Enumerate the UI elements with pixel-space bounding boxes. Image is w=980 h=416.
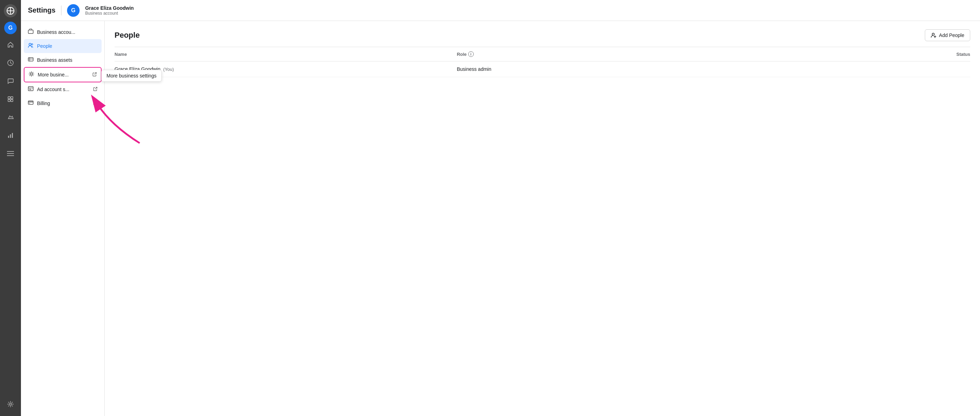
external-link-icon-ad: [93, 87, 97, 92]
person-name: Grace Eliza Goodwin (You): [115, 66, 457, 72]
more-business-tooltip: More business settings: [101, 70, 162, 82]
content-area: Business accou... People: [21, 21, 980, 416]
table-row: Grace Eliza Goodwin (You) Business admin: [115, 62, 970, 77]
svg-rect-26: [28, 101, 33, 104]
role-info-icon[interactable]: i: [468, 51, 474, 57]
page-content: People Add People Name Role i: [105, 21, 980, 416]
sidebar-item-label-business-account: Business accou...: [37, 29, 75, 35]
svg-point-17: [32, 44, 33, 45]
sidebar-item-label-ad-account: Ad account s...: [37, 87, 70, 92]
svg-rect-15: [28, 30, 33, 33]
external-link-icon-more: [92, 72, 97, 78]
table-header: Name Role i Status: [115, 47, 970, 62]
add-people-button[interactable]: Add People: [925, 29, 970, 41]
nav-posts[interactable]: [3, 91, 18, 107]
svg-point-14: [10, 403, 11, 405]
ad-account-icon: [28, 86, 33, 93]
nav-home[interactable]: [3, 37, 18, 52]
svg-rect-5: [11, 97, 13, 99]
sidebar: Business accou... People: [21, 21, 105, 416]
svg-point-16: [29, 43, 31, 45]
nav-ads[interactable]: [3, 110, 18, 125]
nav-avatar[interactable]: G: [4, 22, 17, 34]
header-user-sub: Business account: [85, 11, 134, 16]
billing-icon: [28, 100, 33, 107]
sidebar-item-label-billing: Billing: [37, 100, 50, 106]
header-user-name: Grace Eliza Goodwin: [85, 5, 134, 11]
header-avatar[interactable]: G: [67, 4, 80, 17]
page-title: People: [115, 31, 140, 40]
add-person-icon: [931, 32, 936, 38]
left-navigation: G: [0, 0, 21, 416]
business-account-icon: [28, 29, 33, 36]
sidebar-item-business-assets[interactable]: Business assets: [24, 53, 102, 67]
sidebar-item-business-account[interactable]: Business accou...: [24, 25, 102, 39]
sidebar-item-ad-account[interactable]: Ad account s...: [24, 83, 102, 96]
nav-analytics[interactable]: [3, 128, 18, 143]
nav-settings[interactable]: [3, 397, 18, 412]
top-header: Settings G Grace Eliza Goodwin Business …: [21, 0, 980, 21]
svg-rect-9: [10, 134, 11, 138]
person-role: Business admin: [457, 66, 799, 72]
header-user-info: Grace Eliza Goodwin Business account: [85, 5, 134, 16]
svg-rect-22: [28, 87, 33, 91]
sidebar-item-people[interactable]: People: [24, 39, 102, 53]
sidebar-item-label-people: People: [37, 43, 52, 49]
svg-point-21: [30, 73, 32, 75]
svg-rect-4: [8, 97, 10, 99]
sidebar-item-more-business[interactable]: More busine... More business settings: [24, 67, 102, 83]
svg-point-30: [932, 33, 934, 35]
svg-rect-8: [8, 136, 9, 138]
sidebar-item-label-more-business: More busine...: [38, 72, 69, 78]
nav-recent[interactable]: [3, 55, 18, 70]
header-divider: [61, 6, 62, 15]
col-name-header: Name: [115, 52, 457, 57]
svg-rect-7: [11, 100, 13, 102]
nav-logo[interactable]: [4, 4, 17, 17]
nav-menu[interactable]: [3, 146, 18, 161]
sidebar-item-label-business-assets: Business assets: [37, 57, 72, 63]
svg-rect-10: [12, 133, 13, 138]
svg-rect-6: [8, 100, 10, 102]
nav-messages[interactable]: [3, 73, 18, 89]
col-status-header: Status: [799, 52, 970, 57]
business-assets-icon: [28, 57, 33, 64]
external-link-icon-billing: [93, 101, 97, 106]
add-people-label: Add People: [939, 32, 964, 38]
you-badge: (You): [163, 67, 174, 72]
main-area: Settings G Grace Eliza Goodwin Business …: [21, 0, 980, 416]
svg-rect-18: [28, 57, 33, 61]
col-role-header: Role i: [457, 51, 799, 57]
people-icon: [28, 43, 33, 49]
sidebar-item-billing[interactable]: Billing: [24, 96, 102, 110]
more-business-icon: [29, 71, 34, 78]
header-title: Settings: [28, 6, 56, 14]
page-header: People Add People: [115, 29, 970, 41]
